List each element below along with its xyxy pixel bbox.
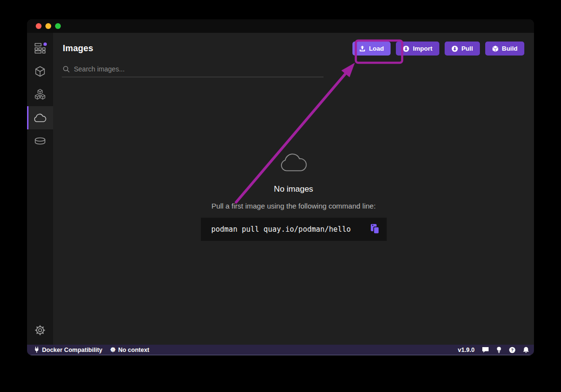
sidebar <box>27 33 53 345</box>
statusbar-right: v1.9.0 ? <box>458 347 529 353</box>
images-page: Images Load Import <box>53 33 534 345</box>
search-bar <box>62 63 323 77</box>
svg-text:?: ? <box>511 348 514 352</box>
pull-button-label: Pull <box>462 45 473 52</box>
notifications-button[interactable] <box>523 347 529 353</box>
speech-bubble-icon <box>482 347 489 353</box>
command-text: podman pull quay.io/podman/hello <box>211 225 370 234</box>
zoom-button[interactable] <box>55 23 61 29</box>
sidebar-item-volumes[interactable] <box>27 129 53 153</box>
upload-icon <box>359 45 365 52</box>
load-button-label: Load <box>369 45 384 52</box>
load-button[interactable]: Load <box>352 42 391 56</box>
lightbulb-icon <box>496 347 502 353</box>
copy-icon <box>370 224 380 235</box>
notification-dot <box>43 42 47 46</box>
command-box: podman pull quay.io/podman/hello <box>201 218 387 241</box>
copy-button[interactable] <box>370 224 380 235</box>
action-buttons: Load Import Pull <box>352 42 524 56</box>
cloud-icon <box>34 113 46 123</box>
container-cube-icon <box>34 66 46 77</box>
circle-arrow-down-icon <box>451 45 458 52</box>
kube-context-status[interactable]: ☸ No context <box>106 347 153 353</box>
sidebar-item-images[interactable] <box>27 106 53 129</box>
bell-icon <box>523 347 529 353</box>
kube-context-label: No context <box>118 347 150 353</box>
import-button-label: Import <box>413 45 432 52</box>
feedback-button[interactable] <box>482 347 489 353</box>
app-window: Images Load Import <box>27 19 534 355</box>
build-button[interactable]: Build <box>485 42 525 56</box>
help-button[interactable]: ? <box>509 347 516 353</box>
docker-compatibility-status[interactable]: Docker Compatibility <box>30 347 106 353</box>
statusbar: Docker Compatibility ☸ No context v1.9.0 <box>27 345 534 355</box>
sidebar-item-settings[interactable] <box>27 319 53 342</box>
empty-state-hint: Pull a first image using the following c… <box>211 202 376 210</box>
gear-icon <box>34 324 46 336</box>
sidebar-item-dashboard[interactable] <box>27 37 53 60</box>
circle-arrow-down-icon <box>403 45 409 52</box>
page-title: Images <box>63 43 93 54</box>
cloud-icon <box>280 153 308 173</box>
minimize-button[interactable] <box>45 23 51 29</box>
volumes-icon <box>34 137 46 145</box>
docker-compatibility-label: Docker Compatibility <box>42 347 102 353</box>
titlebar <box>27 19 534 33</box>
pull-button[interactable]: Pull <box>445 42 480 56</box>
sidebar-spacer <box>27 153 53 319</box>
import-button[interactable]: Import <box>396 42 439 56</box>
ideas-button[interactable] <box>496 347 502 353</box>
cube-icon <box>492 45 499 52</box>
sidebar-item-pods[interactable] <box>27 83 53 106</box>
empty-state-title: No images <box>274 184 313 194</box>
close-button[interactable] <box>36 23 42 29</box>
plug-icon <box>34 347 40 353</box>
search-icon <box>63 66 70 72</box>
empty-state: No images Pull a first image using the f… <box>53 153 534 241</box>
kube-context-icon: ☸ <box>110 347 116 353</box>
build-button-label: Build <box>502 45 518 52</box>
sidebar-item-containers[interactable] <box>27 60 53 83</box>
pods-icon <box>34 89 46 100</box>
search-input[interactable] <box>74 65 323 73</box>
version-label: v1.9.0 <box>458 347 475 353</box>
question-circle-icon: ? <box>509 347 516 353</box>
page-header: Images Load Import <box>53 33 534 56</box>
window-controls <box>36 23 61 29</box>
